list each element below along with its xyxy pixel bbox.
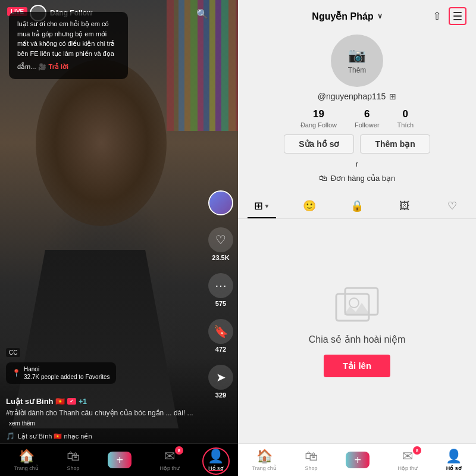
tab-grid[interactable]: ⊞ ▼ (238, 193, 286, 218)
share-count: 329 (215, 392, 226, 399)
nav-profile-left[interactable]: 👤 Hồ sơ (208, 449, 224, 471)
menu-button[interactable] (449, 7, 466, 25)
creator-avatar-btn[interactable] (208, 190, 233, 215)
bookmark-count: 472 (215, 346, 226, 353)
nav-shop-label-right: Shop (305, 465, 318, 471)
like-stat-label: Thích (397, 121, 414, 129)
location-pin-icon: 📍 (12, 369, 21, 377)
inbox-icon: ✉ (164, 449, 175, 464)
home-icon: 🏠 (18, 449, 35, 464)
comment-button[interactable]: ⋯ 575 (208, 273, 233, 307)
location-fav-box: 📍 Hanoi 32.7K people added to Favorites (6, 362, 116, 384)
avatar-add-label: Thêm (348, 66, 367, 74)
share-button[interactable]: ➤ 329 (208, 365, 233, 399)
comment-count: 575 (215, 300, 226, 307)
order-row[interactable]: 🛍 Đơn hàng của bạn (319, 171, 396, 187)
like-count: 23.5K (212, 254, 229, 261)
reply-label: Trả lời (49, 62, 69, 72)
profile-header: Nguyễn Pháp ∨ ⇧ (238, 0, 476, 25)
chevron-down-icon[interactable]: ∨ (377, 12, 383, 20)
nav-inbox-label: Hộp thư (160, 465, 180, 471)
see-more-text[interactable]: xem thêm (9, 419, 35, 428)
share-profile-icon[interactable]: ⇧ (433, 10, 441, 23)
follower-stat[interactable]: 6 Follower (355, 108, 380, 129)
nav-home-label-right: Trang chủ (252, 465, 277, 471)
bookmark-icon: 🔖 (208, 319, 233, 344)
tab-photo[interactable]: 🖼 (381, 194, 428, 218)
photo-icon: 🖼 (399, 200, 410, 212)
inbox-icon-right: ✉ (402, 449, 413, 464)
inbox-badge-right: 8 (413, 446, 421, 455)
bookshelf-bg (167, 0, 238, 131)
nav-home-right[interactable]: 🏠 Trang chủ (252, 449, 277, 471)
upload-button[interactable]: Tải lên (324, 355, 390, 377)
bio-text: r (346, 159, 368, 171)
home-icon-right: 🏠 (256, 449, 273, 464)
order-label: Đơn hàng của bạn (331, 174, 396, 183)
profile-panel: Nguyễn Pháp ∨ ⇧ 📷 Thêm @nguyenphap115 ⊞ (238, 0, 476, 476)
nav-create-left[interactable]: + (108, 452, 131, 468)
nav-profile-right[interactable]: 👤 Hồ sơ (446, 449, 462, 471)
tab-lock[interactable]: 🔒 (333, 193, 381, 218)
qr-code-icon[interactable]: ⊞ (389, 92, 396, 101)
profile-content-area: Chia sẻ ảnh hoài niệm Tải lên (238, 219, 476, 443)
menu-line-1 (453, 12, 462, 13)
grid-icon: ⊞ (254, 199, 263, 212)
heart-tab-icon: ♡ (447, 199, 457, 212)
video-feed-panel: LIVE Đăng Follow 🔍 luật sư ơi cho em hỏi… (0, 0, 238, 476)
tab-heart[interactable]: ♡ (428, 193, 476, 218)
edit-profile-button[interactable]: Sửa hồ sơ (284, 134, 354, 154)
creator-name: Luật sư Bình 🇻🇳 ✓ +1 (6, 397, 202, 406)
like-button[interactable]: ♡ 23.5K (208, 227, 233, 261)
nav-inbox-right[interactable]: ✉ 8 Hộp thư (398, 449, 418, 471)
nav-shop-right[interactable]: 🛍 Shop (305, 449, 318, 471)
create-plus-button[interactable]: + (108, 452, 131, 468)
lock-icon: 🔒 (350, 199, 364, 212)
verified-badge: ✓ (67, 398, 76, 405)
profile-handle: @nguyenphap115 ⊞ (318, 92, 397, 101)
reply-badge[interactable]: 🎥 Trả lời (38, 62, 69, 72)
shop-icon: 🛍 (67, 449, 80, 464)
hamburger-icon (453, 12, 462, 20)
nav-home-left[interactable]: 🏠 Trang chủ (14, 449, 39, 471)
nav-inbox-left[interactable]: ✉ 8 Hộp thư (160, 449, 180, 471)
like-stat[interactable]: 0 Thích (397, 108, 414, 129)
profile-tabs: ⊞ ▼ 🙂 🔒 🖼 ♡ (238, 193, 476, 219)
memory-title: Chia sẻ ảnh hoài niệm (309, 334, 406, 345)
menu-line-3 (453, 19, 462, 20)
share-icon: ➤ (208, 365, 233, 390)
follow-icon: +1 (79, 397, 87, 406)
cc-badge: CC (6, 348, 20, 357)
nav-profile-label-right: Hồ sơ (446, 465, 462, 471)
nav-shop-left[interactable]: 🛍 Shop (67, 449, 80, 471)
shop-icon-right: 🛍 (305, 449, 318, 464)
header-right-icons: ⇧ (433, 7, 466, 25)
header-username-text: Nguyễn Pháp (312, 11, 373, 22)
location-fav-count: 32.7K people added to Favorites (24, 373, 110, 381)
profile-avatar[interactable]: 📷 Thêm (331, 35, 383, 87)
following-stat[interactable]: 19 Đang Follow (300, 108, 337, 129)
profile-action-buttons: Sửa hồ sơ Thêm bạn (284, 134, 430, 154)
nav-inbox-label-right: Hộp thư (398, 465, 418, 471)
nav-create-right[interactable]: + (346, 452, 369, 468)
following-label: Đang Follow (300, 121, 337, 129)
comment-icon: ⋯ (208, 273, 233, 298)
profile-handle-text: @nguyenphap115 (318, 92, 386, 101)
follower-label: Follower (355, 121, 380, 129)
following-count: 19 (313, 108, 324, 120)
tab-emoji[interactable]: 🙂 (286, 193, 333, 218)
bookmark-button[interactable]: 🔖 472 (208, 319, 233, 353)
creator-avatar (208, 190, 233, 215)
video-info: Luật sư Bình 🇻🇳 ✓ +1 #trảlời dành cho Th… (6, 397, 202, 440)
tab-dropdown-icon: ▼ (264, 203, 270, 209)
svg-point-2 (349, 298, 359, 308)
music-note-icon: 🎵 (6, 432, 15, 440)
emoji-icon: 🙂 (303, 199, 316, 212)
search-icon[interactable]: 🔍 (196, 8, 208, 20)
memory-photo-icon (333, 285, 381, 327)
bottom-nav-left: 🏠 Trang chủ 🛍 Shop + ✉ 8 Hộp thư 👤 Hồ sơ (0, 443, 238, 476)
nav-shop-label: Shop (67, 465, 80, 471)
stats-row: 19 Đang Follow 6 Follower 0 Thích (300, 108, 414, 129)
add-friend-button[interactable]: Thêm bạn (360, 134, 430, 154)
create-plus-button-right[interactable]: + (346, 452, 369, 468)
